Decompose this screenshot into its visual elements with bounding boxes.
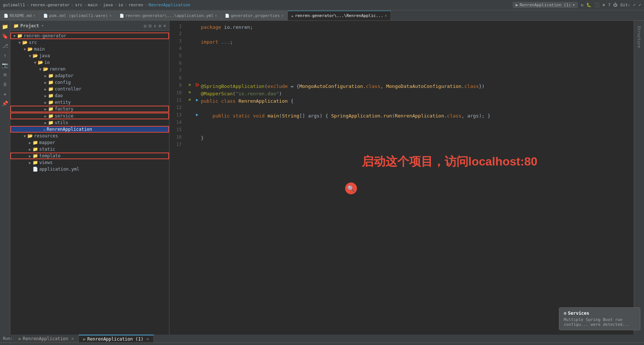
editor-content[interactable]: 1 package io.renren; 2 3 import ...; [169, 21, 634, 335]
favorites-icon[interactable]: ★ [1, 89, 10, 98]
tree-item-controller[interactable]: ▶ 📁 controller [10, 86, 169, 92]
notification-popup[interactable]: ⚙ Services Multiple Spring Boot run conf… [559, 307, 640, 330]
tree-item-src[interactable]: ▼ 📂 src [10, 39, 169, 46]
checkmark-icon[interactable]: ✓ [633, 3, 636, 7]
tab-pom[interactable]: 📄 pom.xml (gulimall1-ware) × [40, 11, 116, 20]
tree-item-java[interactable]: ▼ 📂 java [10, 52, 169, 59]
project-dropdown-icon[interactable]: ▾ [41, 23, 44, 28]
structure-side-icon[interactable]: ≣ [1, 80, 10, 89]
tree-item-factory[interactable]: ▶ 📁 factory [10, 106, 169, 112]
more-icon[interactable]: ≡ [603, 3, 605, 7]
breadcrumb-item-7[interactable]: renren [128, 3, 143, 7]
tab-props-label: generator.properties [231, 13, 280, 18]
pin-icon[interactable]: 📌 [1, 99, 10, 108]
run-config-label[interactable]: ▶ RenrenApplication (1) ▾ [513, 2, 578, 8]
run-label-bar: Run: ▶ RenrenApplication × ▶ RenrenAppli… [0, 335, 644, 343]
tree-item-entity[interactable]: ▶ 📁 entity [10, 99, 169, 106]
run-tab-1[interactable]: ▶ RenrenApplication × [14, 335, 79, 342]
tree-item-utils[interactable]: ▶ 📁 utils [10, 119, 169, 126]
pom-icon: 📄 [43, 14, 48, 18]
breadcrumb-item-6[interactable]: io [118, 3, 123, 7]
run-tab-2-close[interactable]: × [146, 337, 149, 342]
run-icon-13[interactable]: ▶ [193, 112, 201, 117]
breadcrumb-item-1[interactable]: gulimall1 [3, 3, 25, 7]
breadcrumb-item-8[interactable]: RenrenApplication [149, 3, 190, 7]
tree-item-application-yml[interactable]: 📄 application.yml [10, 166, 169, 172]
tree-item-resources[interactable]: ▼ 📂 resources [10, 133, 169, 139]
tree-item-static[interactable]: ▶ 📁 static [10, 146, 169, 153]
help-icon[interactable]: ? [608, 3, 611, 7]
bookmark-icon-11[interactable]: ⊕ [186, 98, 193, 102]
code-line-9: 9 ⊕ 🫘 @SpringBootApplication(exclude = {… [169, 83, 634, 90]
code-line-4: 4 [169, 46, 634, 53]
breadcrumb-item-2[interactable]: renren-generator [30, 3, 70, 7]
tree-item-dao[interactable]: ▶ 📁 dao [10, 92, 169, 99]
git-side-icon[interactable]: ⎇ [1, 41, 10, 50]
tab-yml-label: renren-generator\...\application.yml [125, 13, 213, 18]
bookmark-icon-10[interactable]: ⊕ [186, 90, 193, 94]
tab-renren-close[interactable]: × [385, 14, 387, 18]
editor-area: 1 package io.renren; 2 3 import ...; [169, 21, 634, 335]
debug-icon[interactable]: 🐛 [586, 3, 591, 7]
tab-readme[interactable]: 📄 README.md × [0, 11, 40, 20]
run-tab-2[interactable]: ▶ RenrenApplication (1) × [79, 335, 154, 342]
tree-item-io[interactable]: ▼ 📂 io [10, 59, 169, 66]
locate-icon[interactable]: ◎ [144, 23, 146, 28]
search-fab-button[interactable]: 🔍 [345, 182, 357, 194]
bookmark-icon[interactable]: 🔖 [1, 32, 10, 41]
collapse-icon[interactable]: ⊟ [149, 23, 151, 28]
tree-item-renren-generator[interactable]: ▼ 📁 renren-generator [10, 33, 169, 39]
tree-item-renren[interactable]: ▼ 📂 renren [10, 66, 169, 72]
breadcrumb-item-3[interactable]: src [75, 3, 82, 7]
tree-item-config[interactable]: ▶ 📁 config [10, 79, 169, 86]
top-bar-right: ▶ RenrenApplication (1) ▾ ↻ 🐛 ⬛ ≡ ? ⏻ Gi… [513, 2, 641, 8]
refresh-icon[interactable]: ↻ [581, 3, 583, 7]
sort-icon[interactable]: ↕ [154, 23, 156, 28]
tab-yml-close[interactable]: × [215, 14, 217, 18]
power-icon[interactable]: ⏻ [613, 3, 617, 7]
breadcrumb-item-4[interactable]: main [88, 3, 98, 7]
tab-pom-close[interactable]: × [109, 14, 112, 18]
camera-icon[interactable]: 📷 [1, 61, 10, 69]
project-icon[interactable]: 📁 [1, 22, 10, 31]
tree-item-adaptor[interactable]: ▶ 📁 adaptor [10, 72, 169, 79]
tree-item-main[interactable]: ▼ 📂 main [10, 46, 169, 52]
tab-yml[interactable]: 📄 renren-generator\...\application.yml × [116, 11, 221, 20]
run-tab-1-close[interactable]: × [71, 336, 74, 341]
code-line-13: 13 ▶ public static void main(String[] ar… [169, 112, 634, 120]
code-line-1: 1 package io.renren; [169, 24, 634, 31]
project-title: Project [20, 23, 39, 28]
checkmark2-icon[interactable]: ✓ [638, 3, 641, 7]
tree-item-mapper[interactable]: ▶ 📁 mapper [10, 139, 169, 146]
tree-item-service[interactable]: ▶ 📁 service [10, 113, 169, 119]
search-icon: 🔍 [347, 185, 355, 192]
breadcrumb-item-5[interactable]: java [103, 3, 113, 7]
close-panel-icon[interactable]: × [163, 23, 166, 28]
coverage-icon[interactable]: ⬛ [594, 3, 600, 7]
tab-props[interactable]: 📄 generator.properties × [221, 11, 287, 20]
tab-renren-app[interactable]: ☕ renren-generator\...\RenrenApplic... × [288, 11, 391, 20]
tree-item-template[interactable]: ▶ 📁 template [10, 153, 169, 159]
terminal-icon[interactable]: ⊞ [1, 70, 10, 79]
structure-icon[interactable]: Structure [634, 22, 644, 52]
commit-icon[interactable]: ↑ [1, 51, 10, 60]
tree-item-renren-application[interactable]: ☕ RenrenApplication [10, 126, 169, 133]
tab-readme-label: README.md [10, 13, 32, 18]
bean-icon-9: 🫘 [193, 83, 201, 87]
tree-label-renren-generator: renren-generator [24, 33, 67, 38]
code-line-16: 16 } [169, 134, 634, 142]
run-icon-11[interactable]: ▶ [193, 98, 201, 102]
console-tab-endpoints[interactable]: ⊞ Endpoints [50, 344, 84, 345]
git-label: Git: [620, 3, 630, 7]
code-line-14: 14 [169, 120, 634, 127]
tab-props-close[interactable]: × [281, 14, 284, 18]
console-tab-console[interactable]: 📋 Console [13, 344, 45, 345]
run-tab-1-label: RenrenApplication [23, 336, 68, 341]
tree-item-views[interactable]: ▶ 📁 views [10, 159, 169, 166]
tab-readme-close[interactable]: × [33, 14, 36, 18]
main-area: 📁 🔖 ⎇ ↑ 📷 ⊞ ≣ ★ 📌 📁 Project ▾ ◎ ⊟ ↕ ⚙ × … [0, 21, 644, 335]
bookmark-icon-9[interactable]: ⊕ [186, 83, 193, 87]
settings-icon[interactable]: ⚙ [159, 23, 161, 28]
run-tabs: ▶ RenrenApplication × ▶ RenrenApplicatio… [14, 335, 154, 342]
code-line-11: 11 ⊕ ▶ public class RenrenApplication { [169, 98, 634, 105]
